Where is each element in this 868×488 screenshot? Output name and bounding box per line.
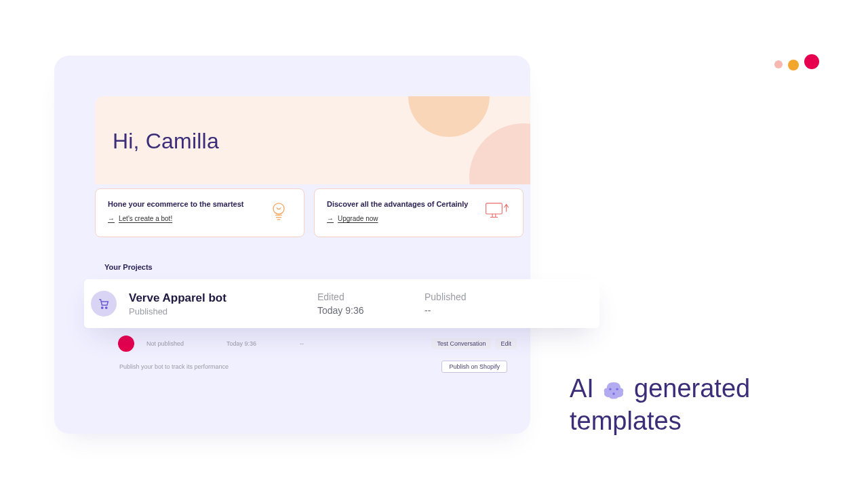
project-published: -- — [300, 340, 327, 347]
dot-pink-icon — [774, 60, 783, 68]
arrow-right-icon: → — [108, 215, 115, 222]
publish-shopify-button[interactable]: Publish on Shopify — [441, 361, 507, 373]
headline-mid: generated — [634, 374, 750, 403]
edited-label: Edited — [317, 291, 412, 302]
promo-link-label: Let's create a bot! — [119, 215, 172, 222]
svg-rect-1 — [486, 203, 502, 214]
published-value: -- — [425, 305, 506, 316]
project-avatar-icon — [118, 336, 134, 352]
hero-banner: Hi, Camilla — [95, 96, 530, 184]
dashboard-panel: Hi, Camilla Hone your ecommerce to the s… — [54, 56, 530, 434]
promo-title: Discover all the advantages of Certainly — [327, 200, 468, 208]
promo-title: Hone your ecommerce to the smartest — [108, 200, 244, 208]
project-card-verve[interactable]: Verve Apparel bot Published Edited Today… — [84, 279, 599, 328]
monitor-upgrade-icon — [485, 200, 511, 222]
svg-point-6 — [613, 392, 615, 394]
promo-card-create-bot[interactable]: Hone your ecommerce to the smartest → Le… — [95, 188, 304, 237]
cart-icon — [91, 291, 117, 317]
project-edited: Today 9:36 — [226, 340, 288, 347]
project-status: Published — [129, 306, 305, 317]
arrow-right-icon: → — [327, 215, 334, 222]
project-row-unpublished[interactable]: Not published Today 9:36 -- Test Convers… — [119, 335, 517, 352]
hero-blob-icon — [469, 123, 530, 184]
promo-row: Hone your ecommerce to the smartest → Le… — [95, 188, 530, 237]
promo-card-upgrade[interactable]: Discover all the advantages of Certainly… — [314, 188, 524, 237]
hero-blob-icon — [408, 96, 490, 137]
create-bot-link[interactable]: → Let's create a bot! — [108, 215, 244, 222]
svg-point-5 — [616, 388, 618, 390]
project-name: Verve Apparel bot — [129, 291, 305, 305]
project-status: Not published — [146, 340, 214, 347]
publish-hint-row: Publish your bot to track its performanc… — [119, 361, 507, 373]
headline-post: templates — [570, 407, 682, 435]
edited-value: Today 9:36 — [317, 305, 412, 316]
lightbulb-icon — [266, 200, 292, 222]
greeting-title: Hi, Camilla — [113, 129, 219, 154]
svg-point-4 — [610, 388, 612, 390]
published-label: Published — [425, 291, 506, 302]
dot-red-icon — [804, 54, 819, 69]
edit-button[interactable]: Edit — [495, 338, 517, 349]
marketing-headline: AI generated templates — [570, 373, 827, 437]
svg-point-3 — [106, 307, 107, 308]
svg-point-0 — [273, 203, 284, 214]
publish-hint: Publish your bot to track its performanc… — [119, 363, 229, 370]
brain-icon — [602, 375, 625, 396]
decorative-dots — [774, 53, 819, 70]
promo-link-label: Upgrade now — [338, 215, 378, 222]
projects-heading: Your Projects — [104, 263, 153, 271]
dot-yellow-icon — [788, 60, 799, 70]
upgrade-link[interactable]: → Upgrade now — [327, 215, 468, 222]
headline-pre: AI — [570, 374, 594, 403]
test-conversation-button[interactable]: Test Conversation — [431, 338, 491, 349]
svg-point-2 — [102, 307, 103, 308]
